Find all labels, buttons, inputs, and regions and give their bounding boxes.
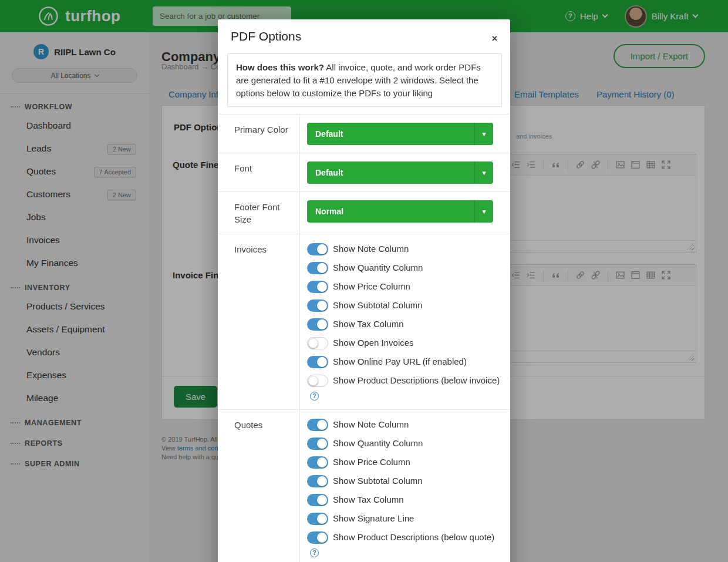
select-value: Default xyxy=(315,168,343,177)
chevron-down-icon: ▾ xyxy=(474,161,493,184)
toggle-row-signature-line: Show Signature Line xyxy=(307,511,501,525)
font-row: Font Default ▾ xyxy=(218,153,510,191)
select-value: Normal xyxy=(315,207,343,216)
toggle-label: Show Product Descriptions (below invoice… xyxy=(333,375,500,385)
invoices-group-row: Invoices Show Note Column Show Quantity … xyxy=(218,234,510,409)
toggle-label: Show Tax Column xyxy=(333,319,404,329)
toggle-row-quote-product-descriptions: Show Product Descriptions (below quote)? xyxy=(307,530,501,557)
toggle-row-quote-note-column: Show Note Column xyxy=(307,418,501,431)
invoices-group-label: Invoices xyxy=(218,234,300,409)
quotes-group-label: Quotes xyxy=(218,410,300,562)
toggle-switch[interactable] xyxy=(307,375,328,387)
toggle-label: Show Product Descriptions (below quote) xyxy=(333,532,494,542)
toggle-switch[interactable] xyxy=(307,299,328,312)
modal-header: PDF Options × xyxy=(218,19,510,51)
toggle-label: Show Online Pay URL (if enabled) xyxy=(333,356,467,366)
footer-font-size-select[interactable]: Normal ▾ xyxy=(307,200,493,223)
toggle-switch[interactable] xyxy=(307,281,328,293)
toggle-row-quote-price-column: Show Price Column xyxy=(307,455,501,469)
toggle-row-online-pay-url: Show Online Pay URL (if enabled) xyxy=(307,355,501,368)
help-circle-icon[interactable]: ? xyxy=(310,392,319,401)
pdf-options-modal: PDF Options × How does this work? All in… xyxy=(218,19,510,562)
toggle-switch[interactable] xyxy=(307,531,328,544)
toggle-row-quote-tax-column: Show Tax Column xyxy=(307,493,501,506)
toggle-row-invoice-price-column: Show Price Column xyxy=(307,280,501,293)
toggle-switch[interactable] xyxy=(307,419,328,431)
intro-bold: How does this work? xyxy=(236,62,324,72)
primary-color-row: Primary Color Default ▾ xyxy=(218,114,510,153)
toggle-switch[interactable] xyxy=(307,337,328,349)
toggle-label: Show Quantity Column xyxy=(333,263,423,272)
toggle-label: Show Subtotal Column xyxy=(333,300,423,310)
toggle-label: Show Price Column xyxy=(333,281,410,291)
toggle-label: Show Subtotal Column xyxy=(333,476,423,486)
toggle-switch[interactable] xyxy=(307,494,328,506)
toggle-row-invoice-note-column: Show Note Column xyxy=(307,242,501,255)
close-icon[interactable]: × xyxy=(488,33,501,44)
footer-font-size-row: Footer Font Size Normal ▾ xyxy=(218,191,510,234)
toggle-label: Show Note Column xyxy=(333,419,409,429)
chevron-down-icon: ▾ xyxy=(474,123,493,145)
toggle-label: Show Quantity Column xyxy=(333,438,423,448)
modal-title: PDF Options xyxy=(231,29,497,43)
primary-color-select[interactable]: Default ▾ xyxy=(307,123,493,145)
footer-font-size-label: Footer Font Size xyxy=(218,192,300,234)
toggle-switch[interactable] xyxy=(307,475,328,487)
toggle-row-invoice-quantity-column: Show Quantity Column xyxy=(307,261,501,274)
toggle-row-show-open-invoices: Show Open Invoices xyxy=(307,336,501,349)
toggle-row-invoice-subtotal-column: Show Subtotal Column xyxy=(307,298,501,312)
toggle-switch[interactable] xyxy=(307,243,328,255)
primary-color-label: Primary Color xyxy=(218,115,300,153)
modal-intro: How does this work? All invoice, quote, … xyxy=(227,53,502,107)
select-value: Default xyxy=(315,129,343,139)
toggle-label: Show Note Column xyxy=(333,244,409,254)
toggle-row-invoice-tax-column: Show Tax Column xyxy=(307,317,501,331)
font-label: Font xyxy=(218,153,300,191)
font-select[interactable]: Default ▾ xyxy=(307,161,493,184)
toggle-label: Show Signature Line xyxy=(333,513,414,523)
toggle-row-quote-quantity-column: Show Quantity Column xyxy=(307,436,501,450)
toggle-switch[interactable] xyxy=(307,456,328,469)
toggle-label: Show Open Invoices xyxy=(333,338,414,348)
toggle-switch[interactable] xyxy=(307,262,328,274)
toggle-row-quote-subtotal-column: Show Subtotal Column xyxy=(307,474,501,487)
toggle-row-invoice-product-descriptions: Show Product Descriptions (below invoice… xyxy=(307,373,501,401)
toggle-switch[interactable] xyxy=(307,513,328,525)
toggle-switch[interactable] xyxy=(307,318,328,331)
help-circle-icon[interactable]: ? xyxy=(310,548,319,557)
quotes-group-row: Quotes Show Note Column Show Quantity Co… xyxy=(218,409,510,562)
toggle-label: Show Tax Column xyxy=(333,494,404,504)
toggle-switch[interactable] xyxy=(307,356,328,368)
chevron-down-icon: ▾ xyxy=(474,200,493,223)
toggle-label: Show Price Column xyxy=(333,457,410,467)
toggle-switch[interactable] xyxy=(307,438,328,450)
